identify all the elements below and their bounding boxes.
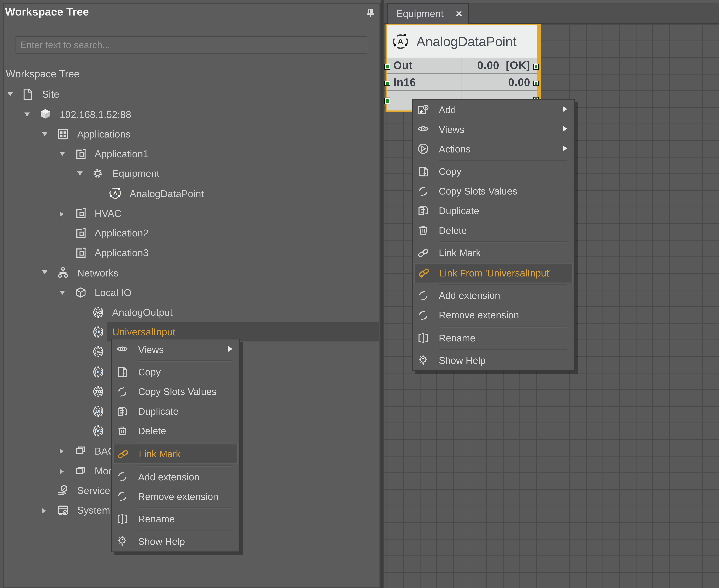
svg-text:AO: AO [95,310,101,314]
svg-text:DO: DO [95,428,101,433]
svg-text:DI: DI [96,409,100,414]
svg-text:TO: TO [95,389,101,394]
svg-text:UC: UC [95,369,101,374]
svg-text:UI: UI [96,330,100,334]
svg-text:DIC: DIC [95,350,101,354]
